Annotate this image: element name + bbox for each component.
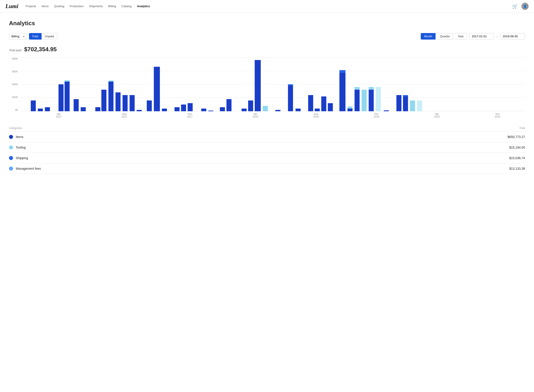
svg-rect-36 bbox=[321, 96, 326, 111]
svg-rect-50 bbox=[403, 96, 408, 111]
svg-rect-21 bbox=[188, 103, 193, 111]
table-row: Tooling $15,194.00 bbox=[9, 142, 525, 153]
nav-billing[interactable]: Billing bbox=[108, 5, 116, 8]
items-label: Items bbox=[16, 135, 23, 139]
svg-rect-1 bbox=[38, 109, 43, 111]
chart-area bbox=[21, 57, 525, 111]
nav-shipments[interactable]: Shipments bbox=[89, 5, 103, 8]
mgmt-paid: $13,133.38 bbox=[316, 163, 525, 174]
nav-icons: 🛒 👤 bbox=[512, 3, 529, 10]
svg-rect-22 bbox=[201, 109, 206, 111]
svg-rect-35 bbox=[315, 109, 320, 111]
svg-rect-33 bbox=[296, 109, 301, 111]
svg-rect-49 bbox=[396, 95, 401, 111]
svg-rect-13 bbox=[122, 95, 127, 111]
y-label-60k: $60K bbox=[12, 70, 18, 73]
nav-analytics[interactable]: Analytics bbox=[137, 5, 150, 8]
svg-rect-11 bbox=[108, 80, 113, 82]
svg-rect-34 bbox=[308, 95, 313, 111]
svg-rect-7 bbox=[81, 107, 86, 111]
tooling-label: Tooling bbox=[16, 146, 26, 149]
items-dot bbox=[9, 135, 13, 139]
shipping-dot bbox=[9, 156, 13, 160]
x-label-aug18: Aug2018 bbox=[313, 113, 319, 118]
paid-header: Paid bbox=[316, 126, 525, 132]
total-label: Total paid bbox=[9, 49, 22, 52]
main-content: Analytics Billing Paid Unpaid Month Quar… bbox=[0, 13, 534, 181]
svg-rect-5 bbox=[65, 80, 70, 82]
chart-container: $80K $60K $40K $20K $0 bbox=[9, 57, 525, 120]
svg-rect-29 bbox=[263, 106, 268, 111]
page-title: Analytics bbox=[9, 20, 525, 27]
nav-catalog[interactable]: Catalog bbox=[121, 5, 131, 8]
items-paid: $650,773.27 bbox=[316, 132, 525, 142]
categories-header: Categories bbox=[9, 126, 316, 132]
nav-projects[interactable]: Projects bbox=[26, 5, 36, 8]
nav-quoting[interactable]: Quoting bbox=[54, 5, 65, 8]
bars-chart bbox=[21, 57, 525, 111]
nav-links: Projects Items Quoting Production Shipme… bbox=[26, 5, 512, 8]
svg-rect-37 bbox=[328, 103, 333, 111]
table-row: Management fees $13,133.38 bbox=[9, 163, 525, 174]
nav-items[interactable]: Items bbox=[42, 5, 49, 8]
svg-rect-18 bbox=[162, 109, 167, 111]
nav-production[interactable]: Production bbox=[70, 5, 84, 8]
billing-select-wrapper: Billing bbox=[9, 33, 27, 40]
svg-rect-45 bbox=[369, 90, 374, 111]
navbar: Lumi Projects Items Quoting Production S… bbox=[0, 0, 534, 13]
y-label-80k: $80K bbox=[12, 57, 18, 60]
svg-rect-2 bbox=[45, 107, 50, 111]
svg-rect-28 bbox=[255, 60, 261, 111]
date-to-input[interactable] bbox=[500, 33, 525, 40]
svg-rect-16 bbox=[147, 100, 152, 111]
quarter-button[interactable]: Quarter bbox=[437, 33, 453, 40]
billing-select[interactable]: Billing bbox=[9, 33, 27, 40]
svg-rect-42 bbox=[355, 90, 360, 111]
tooling-dot bbox=[9, 145, 13, 149]
svg-rect-46 bbox=[369, 87, 374, 90]
y-label-0: $0 bbox=[15, 109, 18, 111]
svg-rect-52 bbox=[410, 100, 415, 111]
svg-rect-31 bbox=[288, 86, 293, 111]
svg-rect-17 bbox=[154, 67, 160, 111]
svg-rect-12 bbox=[116, 92, 121, 111]
x-label-aug17: Aug2017 bbox=[122, 113, 127, 118]
month-button[interactable]: Month bbox=[421, 33, 436, 40]
user-avatar[interactable]: 👤 bbox=[521, 3, 529, 10]
svg-rect-26 bbox=[241, 109, 246, 111]
svg-rect-14 bbox=[130, 95, 135, 111]
date-from-input[interactable] bbox=[469, 33, 494, 40]
x-label-dec18: Dec2018 bbox=[374, 113, 379, 118]
unpaid-button[interactable]: Unpaid bbox=[42, 33, 57, 40]
date-separator: – bbox=[496, 35, 498, 38]
svg-rect-27 bbox=[248, 100, 253, 111]
shipping-label: Shipping bbox=[16, 156, 28, 160]
svg-rect-40 bbox=[348, 109, 353, 111]
x-label-apr19: Apr2019 bbox=[434, 113, 440, 118]
tooling-paid: $15,194.00 bbox=[316, 142, 525, 153]
cart-icon[interactable]: 🛒 bbox=[512, 4, 518, 9]
shipping-paid: $15,036.74 bbox=[316, 153, 525, 163]
legend-table: Categories Paid Items $650,773.27 Toolin… bbox=[9, 126, 525, 174]
logo[interactable]: Lumi bbox=[5, 3, 19, 10]
total-section: Total paid $702,354.95 bbox=[9, 46, 525, 53]
year-button[interactable]: Year bbox=[455, 33, 467, 40]
svg-rect-19 bbox=[174, 107, 179, 111]
y-label-40k: $40K bbox=[12, 83, 18, 86]
y-axis: $80K $60K $40K $20K $0 bbox=[9, 57, 20, 111]
mgmt-label: Management fees bbox=[16, 167, 41, 170]
svg-rect-25 bbox=[227, 99, 232, 111]
svg-rect-9 bbox=[101, 90, 106, 111]
svg-rect-43 bbox=[355, 87, 360, 90]
period-group: Month Quarter Year bbox=[421, 33, 467, 40]
paid-button[interactable]: Paid bbox=[29, 33, 42, 40]
x-label-dec17: Dec2017 bbox=[187, 113, 193, 118]
svg-rect-44 bbox=[362, 90, 367, 111]
svg-rect-39 bbox=[339, 70, 345, 73]
svg-rect-0 bbox=[31, 100, 36, 111]
svg-rect-51 bbox=[403, 95, 408, 96]
x-label-apr18: Apr2018 bbox=[253, 113, 258, 118]
total-value: $702,354.95 bbox=[24, 46, 57, 53]
svg-rect-53 bbox=[417, 100, 422, 111]
controls-row: Billing Paid Unpaid Month Quarter Year – bbox=[9, 33, 525, 40]
